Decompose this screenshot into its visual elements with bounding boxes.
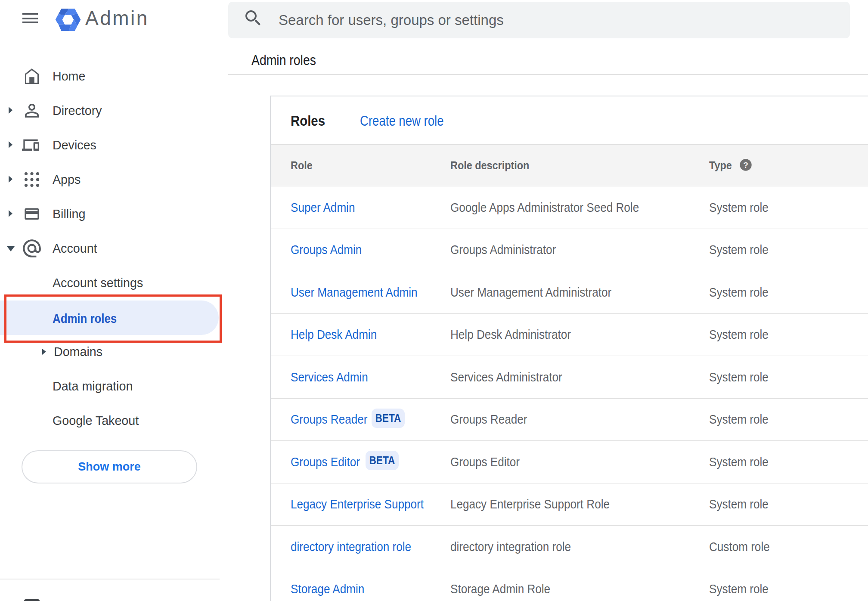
svg-text:?: ? (743, 161, 748, 170)
